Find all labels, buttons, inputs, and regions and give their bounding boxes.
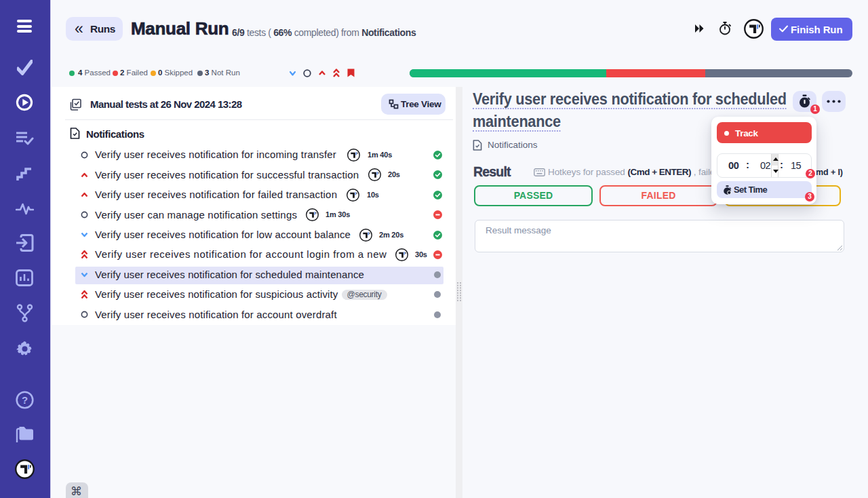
svg-text:?: ?	[22, 394, 28, 406]
